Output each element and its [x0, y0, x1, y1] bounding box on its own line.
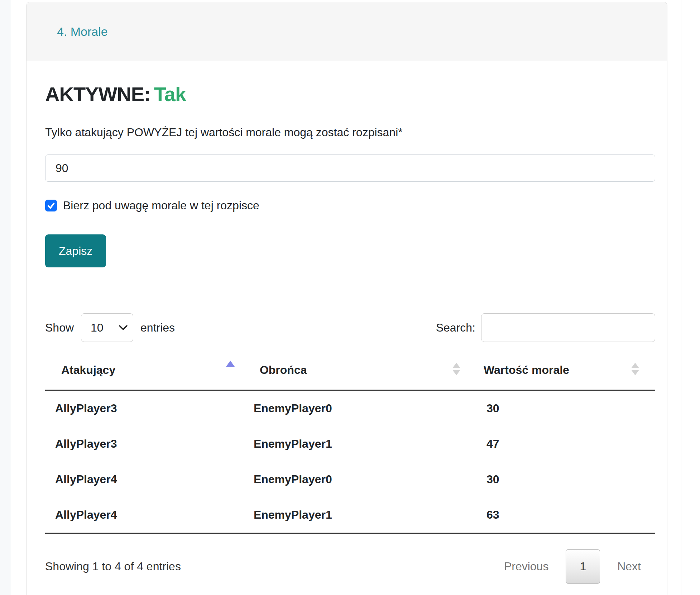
- table-info: Showing 1 to 4 of 4 entries: [45, 560, 181, 573]
- panel-body: AKTYWNE:Tak Tylko atakujący POWYŻEJ tej …: [27, 61, 667, 584]
- pagination-next[interactable]: Next: [617, 560, 641, 573]
- attacker-cell: AllyPlayer4: [45, 462, 251, 497]
- page-length-select-wrap: 10: [81, 313, 133, 342]
- pagination-previous[interactable]: Previous: [504, 560, 549, 573]
- pagination: Previous 1 Next: [504, 549, 641, 584]
- panel-title-link[interactable]: 4. Morale: [57, 25, 108, 39]
- defender-cell: EnemyPlayer0: [251, 390, 476, 427]
- show-label: Show: [45, 321, 74, 334]
- sort-down-triangle: [452, 370, 460, 375]
- page-left-gutter: [0, 0, 11, 595]
- sort-ascending-icon: [226, 361, 235, 367]
- morale-checkbox-label: Bierz pod uwagę morale w tej rozpisce: [63, 199, 259, 212]
- sort-up-triangle: [631, 363, 639, 368]
- save-button[interactable]: Zapisz: [45, 234, 106, 267]
- sort-up-triangle: [226, 361, 235, 367]
- table-controls: Show 10 entries Search:: [45, 313, 655, 342]
- page-right-divider: [681, 0, 681, 595]
- sort-down-triangle: [631, 370, 639, 375]
- table-header-row: Atakujący Obrońca Wartość morale: [45, 349, 655, 390]
- search-control: Search:: [436, 313, 655, 342]
- table-row: AllyPlayer3 EnemyPlayer0 30: [45, 390, 655, 427]
- table-row: AllyPlayer4 EnemyPlayer0 30: [45, 462, 655, 497]
- table-footer: Showing 1 to 4 of 4 entries Previous 1 N…: [45, 534, 655, 584]
- defender-cell: EnemyPlayer1: [251, 497, 476, 533]
- active-status-heading: AKTYWNE:Tak: [45, 83, 655, 106]
- morale-panel: 4. Morale AKTYWNE:Tak Tylko atakujący PO…: [26, 2, 667, 595]
- checkmark-icon: [47, 201, 55, 210]
- defender-cell: EnemyPlayer0: [251, 462, 476, 497]
- column-label: Obrońca: [260, 363, 307, 376]
- morale-value-cell: 30: [476, 390, 655, 427]
- morale-value-cell: 47: [476, 426, 655, 462]
- active-status-value: Tak: [154, 83, 186, 105]
- defender-cell: EnemyPlayer1: [251, 426, 476, 462]
- morale-threshold-input[interactable]: [45, 154, 655, 182]
- morale-value-cell: 30: [476, 462, 655, 497]
- sort-unsorted-icon: [631, 363, 639, 375]
- entries-label: entries: [140, 321, 175, 334]
- search-label: Search:: [436, 321, 475, 334]
- table-row: AllyPlayer3 EnemyPlayer1 47: [45, 426, 655, 462]
- column-header-attacker[interactable]: Atakujący: [45, 349, 251, 390]
- search-input[interactable]: [481, 313, 655, 342]
- morale-table: Atakujący Obrońca Wartość morale: [45, 349, 655, 534]
- morale-threshold-label: Tylko atakujący POWYŻEJ tej wartości mor…: [45, 124, 655, 140]
- column-header-defender[interactable]: Obrońca: [251, 349, 476, 390]
- morale-value-cell: 63: [476, 497, 655, 533]
- panel-header: 4. Morale: [27, 2, 667, 61]
- column-header-morale-value[interactable]: Wartość morale: [476, 349, 655, 390]
- pagination-page-1[interactable]: 1: [566, 549, 600, 584]
- column-label: Wartość morale: [484, 363, 569, 376]
- sort-unsorted-icon: [452, 363, 460, 375]
- table-row: AllyPlayer4 EnemyPlayer1 63: [45, 497, 655, 533]
- attacker-cell: AllyPlayer3: [45, 390, 251, 427]
- morale-checkbox-row: Bierz pod uwagę morale w tej rozpisce: [45, 199, 655, 212]
- attacker-cell: AllyPlayer3: [45, 426, 251, 462]
- attacker-cell: AllyPlayer4: [45, 497, 251, 533]
- page-length-control: Show 10 entries: [45, 313, 175, 342]
- column-label: Atakujący: [61, 363, 115, 376]
- page-length-select[interactable]: 10: [81, 313, 133, 342]
- active-status-label: AKTYWNE:: [45, 83, 150, 105]
- sort-up-triangle: [452, 363, 460, 368]
- morale-checkbox[interactable]: [45, 200, 57, 211]
